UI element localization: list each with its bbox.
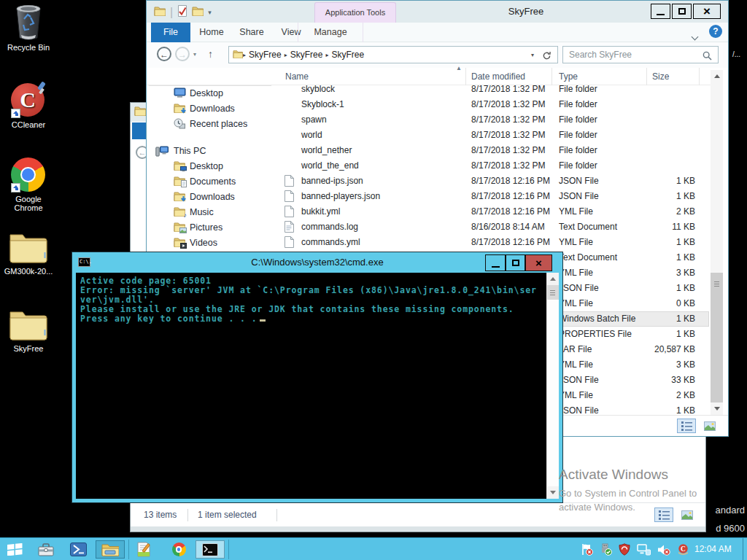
new-folder-icon[interactable] (192, 6, 204, 19)
divider[interactable] (646, 68, 647, 85)
table-row[interactable]: spawn8/17/2018 1:32 PMFile folder (147, 112, 711, 128)
divider[interactable] (699, 68, 700, 85)
file-name[interactable]: banned-ips.json (301, 176, 363, 186)
file-name[interactable]: skyblock (301, 85, 335, 94)
details-view-button[interactable] (654, 508, 673, 522)
tab-share[interactable]: Share (233, 23, 271, 42)
file-name[interactable]: world_nether (301, 145, 352, 155)
scroll-down-button[interactable] (547, 486, 559, 499)
scroll-up-button[interactable] (711, 70, 723, 82)
file-name[interactable]: world (301, 130, 322, 140)
customize-qat-chevron-icon[interactable]: ▾ (208, 9, 212, 16)
properties-check-icon[interactable] (177, 5, 187, 20)
ccleaner-tray-icon[interactable]: C (677, 543, 689, 559)
file-name[interactable]: banned-players.json (301, 191, 380, 201)
show-desktop-button[interactable] (743, 538, 747, 560)
window-title: SkyFree (479, 6, 573, 17)
table-row[interactable]: banned-players.json8/17/2018 12:16 PMJSO… (147, 189, 711, 204)
file-name[interactable]: spawn (301, 114, 327, 125)
table-row[interactable]: world_the_end8/17/2018 1:32 PMFile folde… (147, 158, 711, 174)
breadcrumb-item[interactable]: SkyFree (331, 50, 364, 60)
column-header-type[interactable]: Type (559, 71, 578, 82)
cmd-window[interactable]: C:\. C:\Windows\system32\cmd.exe × Activ… (71, 252, 563, 503)
close-button[interactable]: × (525, 254, 552, 271)
breadcrumb-item[interactable]: SkyFree (249, 50, 282, 60)
breadcrumb-item[interactable]: SkyFree (290, 50, 323, 60)
action-center-flag-icon[interactable] (581, 543, 593, 559)
thumbnail-view-button[interactable] (678, 508, 697, 522)
tab-home[interactable]: Home (190, 23, 233, 42)
scroll-down-button[interactable] (711, 402, 723, 415)
start-button[interactable] (4, 540, 26, 559)
notepad-plus-icon[interactable] (133, 540, 155, 559)
file-icon (284, 206, 294, 219)
address-dropdown-icon[interactable]: ▾ (531, 52, 534, 58)
column-header-size[interactable]: Size (652, 71, 669, 82)
history-dropdown-icon[interactable]: ▾ (193, 51, 196, 58)
address-bar[interactable]: ▸ SkyFree ▸ SkyFree ▸ SkyFree ▾ (228, 46, 558, 63)
desktop-icon-gm300k[interactable]: GM300k-20... (0, 230, 57, 276)
table-row[interactable]: commands.yml8/17/2018 12:16 PMYML File1 … (147, 235, 711, 250)
server-manager-icon[interactable] (35, 540, 57, 559)
security-shield-icon[interactable] (619, 543, 630, 559)
file-date-modified: 8/17/2018 1:32 PM (471, 160, 545, 171)
up-button[interactable]: ↑ (208, 48, 213, 60)
desktop-icon-recycle-bin[interactable]: Recycle Bin (0, 3, 57, 52)
file-size: 1 KB (614, 237, 695, 247)
volume-muted-icon[interactable] (657, 544, 670, 559)
quick-access-toolbar[interactable]: | ▾ (154, 5, 212, 20)
refresh-icon[interactable] (542, 50, 551, 63)
cmd-console-output[interactable]: Active code page: 65001Error: missing `s… (76, 273, 559, 499)
table-row[interactable]: commands.log8/16/2018 8:14 AMText Docume… (147, 219, 711, 235)
close-button[interactable]: × (693, 4, 721, 19)
back-button[interactable]: ← (157, 47, 171, 61)
divider[interactable] (551, 68, 552, 85)
file-name[interactable]: bukkit.yml (301, 206, 340, 217)
file-name[interactable]: commands.yml (301, 237, 360, 247)
thumbnail-view-button[interactable] (700, 419, 719, 433)
column-header-date-modified[interactable]: Date modified (471, 71, 525, 82)
usb-safely-remove-icon[interactable] (600, 543, 612, 559)
table-row[interactable]: Skyblock-18/17/2018 1:32 PMFile folder (147, 97, 711, 112)
table-row[interactable]: bukkit.yml8/17/2018 12:16 PMYML File2 KB (147, 204, 711, 219)
tab-file[interactable]: File (151, 23, 190, 42)
file-name[interactable]: Skyblock-1 (301, 99, 344, 109)
scroll-up-button[interactable] (547, 273, 559, 285)
system-tray: C (581, 543, 689, 559)
vertical-scrollbar[interactable] (711, 70, 723, 415)
network-icon[interactable] (637, 544, 651, 559)
taskbar-clock[interactable]: 12:04 AM (694, 544, 732, 554)
table-row[interactable]: skyblock8/17/2018 1:32 PMFile folder (147, 85, 711, 97)
minimize-button[interactable] (651, 4, 670, 19)
file-tab[interactable] (132, 122, 147, 139)
maximize-button[interactable] (672, 4, 692, 19)
cmd-scrollbar[interactable] (546, 273, 559, 499)
forward-button[interactable]: → (175, 47, 190, 61)
chrome-taskbar-icon[interactable] (168, 540, 190, 559)
file-name[interactable]: world_the_end (301, 160, 359, 171)
table-row[interactable]: banned-ips.json8/17/2018 12:16 PMJSON Fi… (147, 174, 711, 189)
scrollbar-thumb[interactable] (711, 273, 723, 402)
taskbar[interactable]: C 12:04 AM (0, 537, 747, 560)
details-view-button[interactable] (677, 419, 696, 433)
help-button[interactable]: ? (709, 25, 722, 38)
minimize-button[interactable] (485, 254, 506, 271)
maximize-button[interactable] (506, 254, 525, 271)
desktop-icon-google-chrome[interactable]: Google Chrome (0, 158, 57, 212)
desktop-icon-skyfree[interactable]: SkyFree (0, 308, 57, 353)
divider[interactable] (465, 68, 466, 85)
tab-manage[interactable]: Manage (298, 23, 363, 42)
table-row[interactable]: world_nether8/17/2018 1:32 PMFile folder (147, 143, 711, 158)
file-name[interactable]: commands.log (301, 222, 358, 232)
window-titlebar[interactable]: | ▾ Application Tools SkyFree × (147, 1, 728, 23)
search-icon[interactable] (703, 50, 712, 63)
expand-ribbon-chevron-icon[interactable] (692, 29, 697, 42)
search-box[interactable]: Search SkyFree (562, 46, 719, 63)
table-row[interactable]: world8/17/2018 1:32 PMFile folder (147, 128, 711, 143)
powershell-icon[interactable] (67, 540, 89, 559)
column-header-name[interactable]: Name (285, 71, 309, 82)
file-explorer-taskbar-button[interactable] (96, 540, 125, 559)
scrollbar-thumb[interactable] (547, 285, 559, 300)
cmd-taskbar-button[interactable] (196, 540, 225, 559)
desktop-icon-ccleaner[interactable]: C CCleaner (0, 83, 57, 129)
